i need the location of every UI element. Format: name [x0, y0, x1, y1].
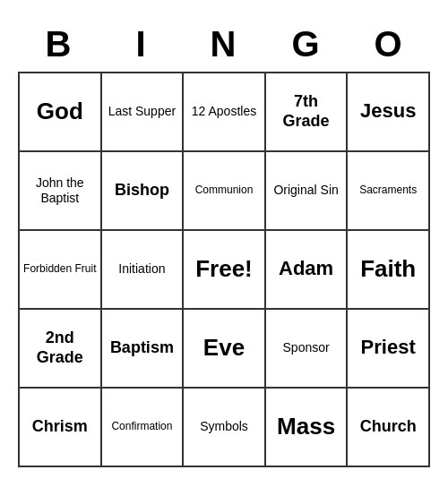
bingo-cell: John the Baptist	[20, 152, 102, 231]
cell-label: Bishop	[115, 181, 169, 201]
bingo-cell: Adam	[266, 231, 349, 310]
cell-label: Jesus	[360, 99, 416, 123]
cell-label: John the Baptist	[23, 175, 97, 206]
bingo-header: BINGO	[18, 21, 430, 72]
cell-label: Baptism	[110, 338, 174, 358]
cell-label: Chrism	[32, 417, 88, 437]
bingo-cell: Last Supper	[102, 73, 185, 152]
bingo-cell: Symbols	[184, 389, 266, 467]
bingo-cell: Jesus	[348, 73, 430, 152]
header-letter: B	[18, 21, 100, 72]
bingo-cell: Bishop	[102, 152, 185, 231]
bingo-cell: Faith	[348, 231, 430, 310]
cell-label: Original Sin	[273, 183, 338, 198]
bingo-cell: Mass	[266, 389, 349, 467]
header-letter: O	[348, 21, 430, 72]
cell-label: Last Supper	[108, 104, 177, 119]
cell-label: Initiation	[118, 261, 165, 277]
cell-label: Confirmation	[111, 420, 172, 432]
bingo-grid: GodLast Supper12 Apostles7th GradeJesusJ…	[18, 72, 430, 467]
bingo-cell: Chrism	[20, 389, 102, 467]
cell-label: Mass	[277, 413, 335, 440]
bingo-cell: Initiation	[102, 231, 185, 310]
header-letter: N	[183, 21, 265, 72]
cell-label: Forbidden Fruit	[23, 262, 96, 275]
cell-label: 7th Grade	[270, 92, 343, 131]
cell-label: Sponsor	[283, 340, 330, 355]
cell-label: Adam	[279, 257, 333, 280]
cell-label: Church	[360, 417, 417, 437]
bingo-cell: Sacraments	[348, 152, 430, 231]
bingo-cell: Priest	[348, 310, 430, 389]
cell-label: Priest	[361, 336, 416, 359]
cell-label: Free!	[195, 255, 253, 283]
bingo-cell: God	[20, 73, 102, 152]
header-letter: G	[265, 21, 348, 72]
bingo-cell: Church	[348, 389, 430, 467]
cell-label: Sacraments	[359, 184, 417, 196]
cell-label: Symbols	[200, 419, 248, 434]
bingo-cell: Communion	[184, 152, 266, 231]
bingo-cell: Sponsor	[266, 310, 349, 389]
bingo-cell: 2nd Grade	[20, 310, 102, 389]
cell-label: Faith	[360, 255, 416, 283]
bingo-cell: Baptism	[102, 310, 185, 389]
header-letter: I	[100, 21, 183, 72]
bingo-card: BINGO GodLast Supper12 Apostles7th Grade…	[9, 12, 439, 476]
bingo-cell: Forbidden Fruit	[20, 231, 102, 310]
bingo-cell: Eve	[184, 310, 266, 389]
bingo-cell: Free!	[184, 231, 266, 310]
cell-label: Eve	[203, 334, 245, 362]
cell-label: Communion	[195, 184, 254, 196]
cell-label: 12 Apostles	[192, 104, 256, 119]
bingo-cell: Original Sin	[266, 152, 349, 231]
cell-label: 2nd Grade	[23, 329, 97, 367]
bingo-cell: 12 Apostles	[184, 73, 266, 152]
bingo-cell: 7th Grade	[266, 73, 349, 152]
cell-label: God	[37, 98, 83, 125]
bingo-cell: Confirmation	[102, 389, 185, 467]
